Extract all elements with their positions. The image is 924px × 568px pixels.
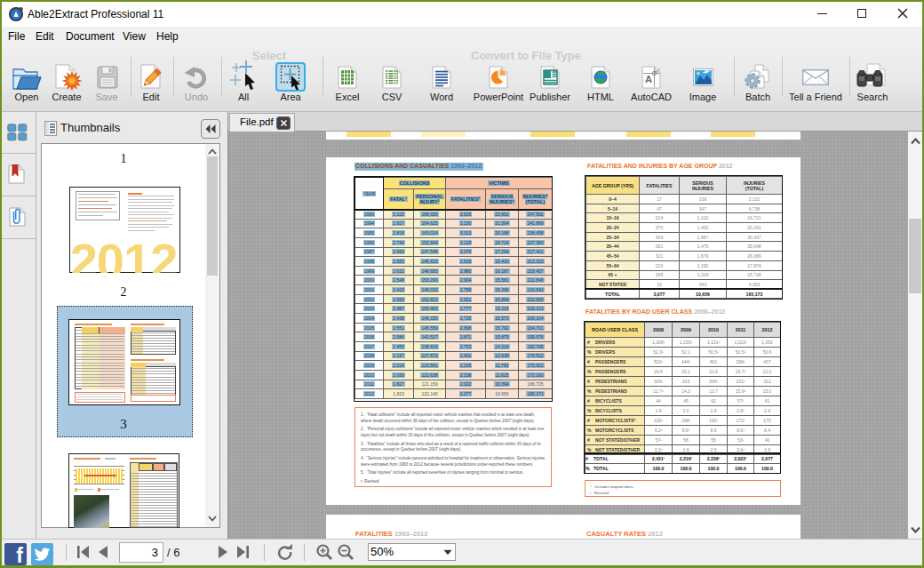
svg-text:A: A [645, 74, 652, 84]
